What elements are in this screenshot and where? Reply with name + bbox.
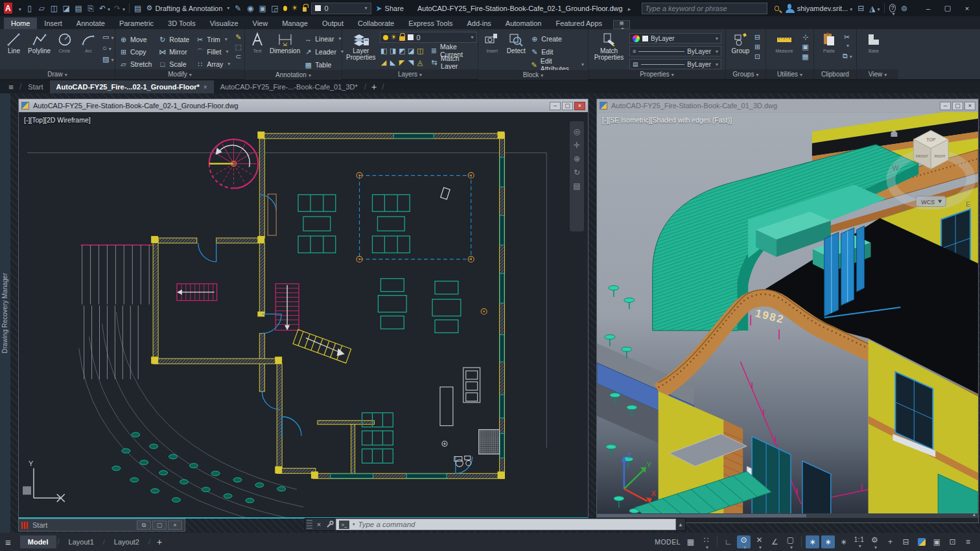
utilities-panel-label[interactable]: Utilities — [766, 69, 813, 79]
grid-toggle-icon[interactable]: ▦ — [684, 535, 697, 548]
erase-icon[interactable] — [234, 33, 242, 41]
id-point-icon[interactable]: ⊹ — [801, 33, 810, 41]
layout1-tab[interactable]: Layout1 — [61, 535, 102, 548]
snap-toggle-icon[interactable]: ∷ — [699, 535, 713, 548]
polyline-button[interactable]: Polyline — [28, 32, 51, 54]
layer-off-icon[interactable]: ◧ — [380, 47, 388, 56]
file-tab-3d[interactable]: AutoCAD-FY25_Fire-...-Book-Cafe_01_3D* — [214, 80, 364, 93]
wcs-selector[interactable]: WCS — [916, 196, 946, 207]
open-file-icon[interactable]: ▱ — [38, 4, 46, 13]
ribbon-tab-insert[interactable]: Insert — [37, 18, 69, 29]
text-button[interactable]: Text — [249, 32, 266, 54]
layer-properties-button[interactable]: Layer Properties — [346, 32, 376, 61]
help-search[interactable] — [642, 3, 767, 14]
ribbon-tab-express-tools[interactable]: Express Tools — [401, 18, 460, 29]
rotate-button[interactable]: Rotate — [158, 34, 189, 45]
group-button[interactable]: Group — [730, 32, 751, 54]
group-select-icon[interactable]: ⊡ — [753, 53, 762, 60]
rectangle-icon[interactable] — [102, 33, 111, 42]
line-button[interactable]: Line — [4, 32, 24, 54]
ribbon-tab-manage[interactable]: Manage — [275, 18, 315, 29]
window-3d-titlebar[interactable]: AutoCAD-FY25_Fire-Station-Book-Cafe_01_3… — [597, 99, 978, 112]
pen-tool-icon[interactable]: ✎ — [234, 4, 242, 13]
start-window-maximize-button[interactable]: ▢ — [152, 521, 167, 530]
view-panel-label[interactable]: View — [857, 69, 898, 79]
redo-icon[interactable]: ↷ — [114, 4, 124, 13]
autocad-logo[interactable]: A — [4, 3, 12, 14]
workspace-switcher[interactable]: ⚙ Drafting & Annotation — [146, 4, 230, 12]
ribbon-tab-automation[interactable]: Automation — [498, 18, 549, 29]
graphics-performance-icon[interactable] — [915, 535, 928, 548]
quick-layer-combo[interactable]: 0 — [311, 3, 371, 14]
showmotion-icon[interactable]: ▤ — [573, 182, 580, 190]
save-as-icon[interactable]: ◪ — [62, 4, 70, 13]
app-store-cart-icon[interactable]: ⊟ — [857, 4, 865, 13]
minimized-start-window[interactable]: Start ⧉ ▢ × — [18, 519, 185, 532]
ribbon-tab-annotate[interactable]: Annotate — [69, 18, 112, 29]
array-button[interactable]: Array — [196, 58, 230, 69]
edit-block-button[interactable]: Edit — [530, 46, 584, 57]
object-snap-tracking-icon[interactable]: ∠ — [768, 535, 782, 548]
share-button[interactable]: ➤ Share — [376, 4, 404, 13]
ribbon-tab-parametric[interactable]: Parametric — [112, 18, 161, 29]
isodraft-icon[interactable]: ✕ — [752, 535, 766, 548]
new-drawing-button[interactable]: + — [366, 80, 382, 93]
create-block-button[interactable]: Create — [530, 33, 584, 44]
viewport-3d[interactable]: [-][SE Isometric][Shaded with edges (Fas… — [597, 112, 978, 518]
annotation-monitor-icon[interactable]: + — [883, 535, 897, 548]
layer-isolate-icon[interactable]: ◨ — [389, 47, 397, 56]
autodesk-access-icon[interactable]: ◮ — [869, 4, 880, 13]
ribbon-tab-featured-apps[interactable]: Featured Apps — [548, 18, 609, 29]
command-line-customize-icon[interactable] — [324, 519, 336, 530]
plot-icon[interactable]: ▤ — [75, 4, 82, 13]
layer-on-all-icon[interactable]: ◢ — [380, 58, 388, 67]
detect-button[interactable]: Detect — [506, 32, 526, 54]
annotation-scale-icon[interactable]: ∗ — [837, 535, 850, 548]
save-icon[interactable]: ◫ — [50, 4, 58, 13]
pan-icon[interactable]: ✛ — [574, 141, 580, 149]
workspace-gear-toggle[interactable]: ⚙ — [868, 535, 881, 548]
window-2d-titlebar[interactable]: AutoCAD-FY25_Fire-Station-Book-Cafe_02-1… — [19, 99, 588, 112]
linetype-combo[interactable]: ▤ ByLayer — [629, 59, 721, 69]
base-button[interactable]: Base — [861, 32, 887, 54]
lightbulb-icon[interactable] — [283, 6, 287, 11]
layer-make-current-icon[interactable]: ◫ — [416, 47, 425, 56]
command-line-grip[interactable] — [307, 520, 312, 529]
trim-button[interactable]: Trim — [196, 34, 230, 45]
group-edit-icon[interactable]: ⊞ — [753, 43, 762, 51]
explode-icon[interactable] — [234, 43, 242, 51]
visibility-icon[interactable]: ◉ — [246, 4, 254, 13]
command-line-close-icon[interactable]: × — [314, 519, 324, 530]
object-snap-icon[interactable]: ▢ — [784, 535, 797, 548]
clipboard-panel-label[interactable]: Clipboard — [814, 69, 856, 79]
dimension-button[interactable]: Dimension — [270, 32, 300, 54]
layer-unisolate-icon[interactable]: ◣ — [389, 58, 397, 67]
arc-button[interactable]: Arc — [78, 32, 99, 54]
ribbon-display-toggle[interactable]: ▦ — [613, 20, 630, 29]
search-input[interactable] — [645, 5, 764, 12]
layout-menu-icon[interactable]: ≡ — [5, 537, 11, 548]
new-layout-button[interactable]: + — [157, 537, 162, 547]
annotation-visibility-icon[interactable]: ∗ — [806, 535, 819, 548]
block-panel-label[interactable]: Block — [478, 70, 588, 80]
full-navigation-wheel-icon[interactable]: ◎ — [574, 128, 580, 135]
layer-lock-icon[interactable]: ◪ — [407, 47, 415, 56]
measure-button[interactable]: Measure — [770, 32, 799, 54]
color-combo[interactable]: ByLayer — [629, 33, 721, 43]
copy-button[interactable]: Copy — [119, 46, 152, 57]
layer-thaw-all-icon[interactable]: ◤ — [398, 58, 406, 67]
layer-unlock-all-icon[interactable]: ◥ — [407, 58, 415, 67]
viewcube-front-face[interactable]: FRONT — [916, 154, 928, 158]
dashed-selection-region[interactable] — [356, 172, 487, 314]
zoom-icon[interactable]: ⊕ — [574, 155, 580, 163]
app-maximize-button[interactable]: ▢ — [939, 2, 957, 15]
batch-plot-icon[interactable]: ⎘ — [87, 4, 95, 13]
undo-icon[interactable]: ↶ — [99, 4, 110, 13]
window-3d-minimize-button[interactable]: – — [940, 102, 951, 110]
window-3d-close-button[interactable]: × — [964, 102, 975, 110]
isolate-objects-icon[interactable]: ▣ — [930, 535, 944, 548]
customization-menu-icon[interactable]: ≡ — [961, 535, 975, 548]
clean-screen-icon[interactable]: ⊡ — [946, 535, 959, 548]
new-file-icon[interactable]: ▯ — [26, 4, 34, 13]
annotation-scale-value[interactable]: 1:1 — [852, 535, 866, 548]
